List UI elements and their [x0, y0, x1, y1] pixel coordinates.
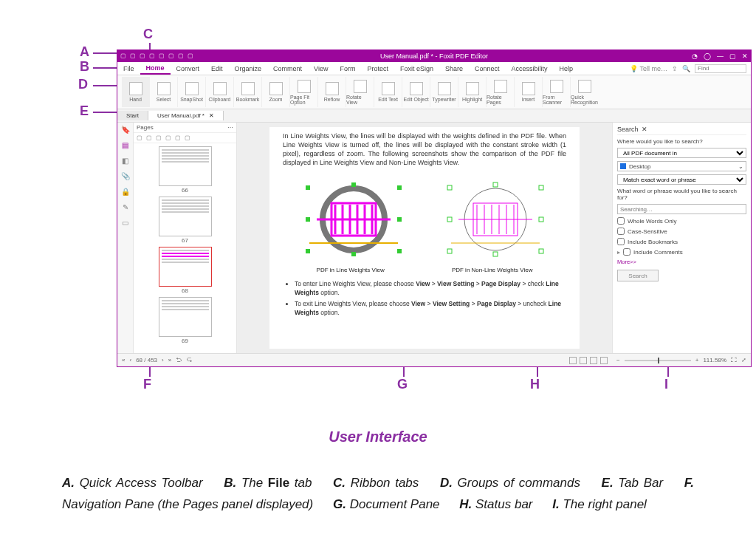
panel-menu-icon[interactable]: ⋯	[227, 124, 233, 131]
cmd-hand[interactable]: Hand	[122, 77, 150, 107]
view-mode-icon[interactable]	[569, 357, 577, 364]
tab-connect[interactable]: Connect	[469, 64, 506, 74]
cmd-editobj[interactable]: Edit Object	[402, 77, 430, 107]
cmd-snapshot[interactable]: SnapShot	[178, 77, 206, 107]
search-scope-select[interactable]: All PDF document in	[617, 148, 746, 158]
qat-icon[interactable]	[178, 53, 184, 59]
cmd-clipboard[interactable]: Clipboard	[206, 77, 234, 107]
cmd-rotatepages[interactable]: Rotate Pages	[487, 77, 515, 107]
fit-icon[interactable]: ⛶	[731, 357, 737, 363]
close-icon[interactable]: ✕	[742, 52, 748, 60]
zoom-in-icon[interactable]: +	[695, 357, 699, 363]
thumb-tool-icon[interactable]: ▢	[185, 134, 190, 141]
view-mode-icon[interactable]	[590, 357, 597, 364]
tab-comment[interactable]: Comment	[267, 64, 308, 74]
cmd-rotateview[interactable]: Rotate View	[346, 77, 374, 107]
tab-form[interactable]: Form	[334, 64, 361, 74]
tab-home[interactable]: Home	[140, 63, 171, 75]
page-thumb[interactable]: 67	[159, 197, 212, 244]
bookmarks-icon[interactable]: 🔖	[121, 126, 130, 134]
search-tab[interactable]: Search	[617, 126, 639, 133]
qat-icon[interactable]	[120, 53, 126, 59]
thumb-tool-icon[interactable]: ▢	[175, 134, 181, 141]
nav-back-icon[interactable]: ⮌	[176, 357, 182, 363]
qat-icon[interactable]	[140, 53, 145, 59]
cmd-select[interactable]: Select	[150, 77, 178, 107]
cmd-typewriter[interactable]: Typewriter	[430, 77, 458, 107]
last-page-icon[interactable]: »	[168, 357, 171, 363]
cmd-pagefit[interactable]: Page Fit Option	[290, 77, 318, 107]
thumb-tool-icon[interactable]: ▢	[165, 134, 171, 141]
cmd-bookmark[interactable]: Bookmark	[234, 77, 262, 107]
tab-help[interactable]: Help	[554, 64, 580, 74]
layers-icon[interactable]: ◧	[122, 157, 128, 165]
doc-tab-start[interactable]: Start	[117, 111, 148, 120]
user-icon[interactable]: ◯	[704, 52, 711, 60]
pages-icon[interactable]: ▤	[122, 141, 128, 149]
qat-icon[interactable]	[130, 53, 136, 59]
chk-whole-words[interactable]: Whole Words Only	[617, 217, 746, 225]
insert-icon	[522, 82, 535, 95]
view-mode-icon[interactable]	[580, 357, 587, 364]
zoom-out-icon[interactable]: −	[616, 357, 620, 363]
cmd-zoom[interactable]: Zoom	[262, 77, 290, 107]
cmd-reflow[interactable]: Reflow	[318, 77, 346, 107]
view-mode-icon[interactable]	[600, 357, 608, 364]
thumb-tool-icon[interactable]: ▢	[156, 134, 162, 141]
close-tab-icon[interactable]: ✕	[209, 112, 214, 119]
page-thumb[interactable]: 68	[159, 247, 212, 294]
minimize-icon[interactable]: —	[717, 52, 724, 60]
next-page-icon[interactable]: ›	[162, 357, 164, 363]
cmd-edittext[interactable]: Edit Text	[374, 77, 402, 107]
search-match-select[interactable]: Match exact word or phrase	[617, 174, 746, 185]
search-more-link[interactable]: More>>	[617, 259, 746, 265]
notify-icon[interactable]: ◔	[692, 52, 698, 60]
qat-icon[interactable]	[159, 53, 165, 59]
close-icon[interactable]: ✕	[642, 126, 647, 133]
qat-icon[interactable]	[168, 53, 174, 59]
security-icon[interactable]: 🔒	[121, 188, 130, 196]
cmd-highlight[interactable]: Highlight	[458, 77, 487, 107]
chk-include-comments[interactable]: ▸Include Comments	[617, 248, 746, 256]
first-page-icon[interactable]: «	[122, 357, 125, 363]
tab-view[interactable]: View	[308, 64, 334, 74]
document-pane[interactable]: In Line Weights View, the lines will be …	[237, 123, 612, 353]
thumb-tool-icon[interactable]: ▢	[137, 134, 142, 141]
cmd-insert[interactable]: Insert	[515, 77, 543, 107]
list-item: To enter Line Weights View, please choos…	[295, 280, 566, 297]
tab-share[interactable]: Share	[439, 64, 469, 74]
page-thumb[interactable]: 66	[159, 146, 212, 194]
search-button[interactable]: Search	[617, 270, 659, 281]
search-input[interactable]	[617, 204, 746, 214]
qat-icon[interactable]	[188, 53, 193, 59]
page-field[interactable]: 68 / 453	[136, 357, 157, 363]
nav-fwd-icon[interactable]: ⮎	[186, 357, 192, 363]
zoom-slider[interactable]	[625, 360, 691, 361]
chk-include-bookmarks[interactable]: Include Bookmarks	[617, 238, 746, 245]
search-location-select[interactable]: Desktop⌄	[617, 161, 746, 171]
search-question: Where would you like to search?	[617, 138, 746, 145]
doc-tab-usermanual[interactable]: User Manual.pdf * ✕	[148, 111, 224, 120]
cmd-scanner[interactable]: From Scanner	[543, 77, 571, 107]
fullscreen-icon[interactable]: ⤢	[741, 357, 746, 363]
tab-convert[interactable]: Convert	[171, 64, 206, 74]
maximize-icon[interactable]: ▢	[729, 52, 736, 60]
signatures-icon[interactable]: ✎	[123, 203, 128, 211]
tab-accessibility[interactable]: Accessibility	[506, 64, 554, 74]
page-thumb[interactable]: 69	[159, 297, 212, 344]
tell-me[interactable]: 💡 Tell me…	[630, 65, 667, 72]
tab-esign[interactable]: Foxit eSign	[394, 64, 439, 74]
cmd-ocr[interactable]: Quick Recognition	[571, 77, 599, 107]
tab-edit[interactable]: Edit	[205, 64, 229, 74]
chk-case-sensitive[interactable]: Case-Sensitive	[617, 228, 746, 235]
thumb-tool-icon[interactable]: ▢	[146, 134, 152, 141]
prev-page-icon[interactable]: ‹	[129, 357, 131, 363]
find-input[interactable]	[695, 64, 746, 73]
tab-file[interactable]: File	[117, 64, 140, 74]
share-icon[interactable]: ⇪	[672, 65, 678, 72]
tab-protect[interactable]: Protect	[361, 64, 394, 74]
attach-icon[interactable]: 📎	[121, 172, 130, 180]
tab-organize[interactable]: Organize	[229, 64, 268, 74]
qat-icon[interactable]	[149, 53, 155, 59]
articles-icon[interactable]: ▭	[122, 219, 128, 227]
